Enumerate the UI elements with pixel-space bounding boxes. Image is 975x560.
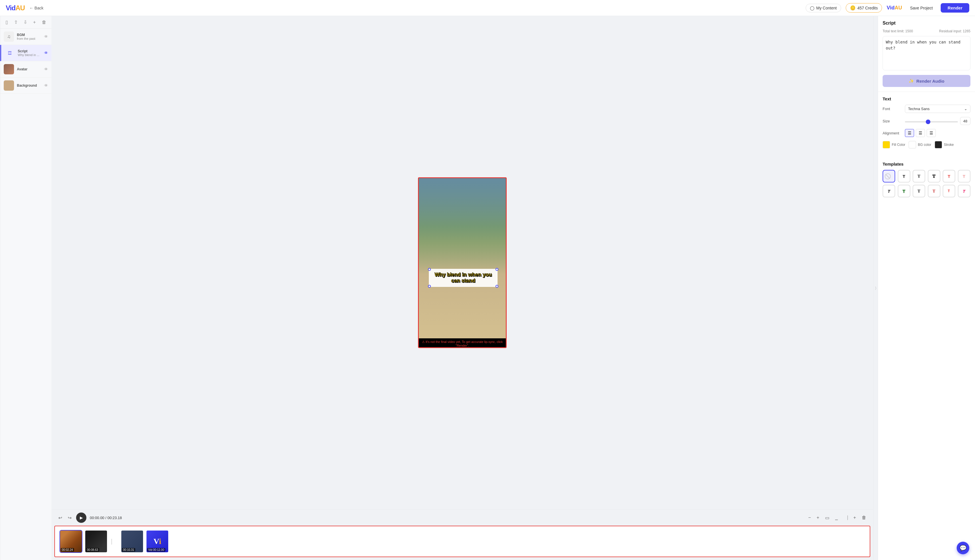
video-container: Why blend in when you can stand ⚠ It's n… — [418, 177, 507, 348]
fit-view-button[interactable]: ▭ — [824, 514, 830, 522]
template-10[interactable]: T — [943, 185, 955, 197]
template-7[interactable]: T — [898, 185, 910, 197]
text-section-title: Text — [883, 97, 970, 101]
size-value: 48 — [960, 117, 970, 125]
clip-time-3: 00:10.31 — [122, 548, 135, 552]
script-visibility-toggle[interactable]: 👁 — [44, 51, 48, 55]
timeline: 00:02.24 00:08.63 ⎸ 00:10.31 — [54, 526, 870, 557]
timeline-clip-4[interactable]: Vi Vid 00:12.00 — [146, 530, 169, 553]
align-button[interactable]: ⎹ — [843, 514, 849, 522]
my-content-button[interactable]: ◯ My Content — [806, 4, 841, 12]
subtitle-overlay[interactable]: Why blend in when you can stand — [429, 269, 498, 287]
layers-toolbar: ▯ ⇧ ⇩ + 🗑 — [0, 20, 52, 28]
align-left-button[interactable]: ☰ — [905, 129, 914, 137]
size-row: Size 48 — [883, 117, 970, 125]
bgm-layer-subtitle: from the past — [17, 37, 41, 40]
layer-item-background[interactable]: Background 👁 — [0, 78, 52, 94]
render-audio-button[interactable]: ✨ Render Audio — [883, 75, 970, 87]
person-overlay — [419, 178, 507, 338]
bg-color-swatch[interactable] — [908, 141, 916, 148]
back-arrow-icon: ← — [30, 6, 33, 10]
background-visibility-toggle[interactable]: 👁 — [44, 83, 48, 88]
layer-item-script[interactable]: ☲ Script Why blend in ... 👁 — [0, 45, 52, 61]
copy-layer-button[interactable]: ▯ — [5, 20, 8, 25]
play-button[interactable]: ▶ — [76, 513, 87, 523]
script-layer-title: Script — [18, 49, 41, 53]
template-5[interactable]: T — [958, 170, 970, 182]
timeline-clip-3[interactable]: 00:10.31 — [121, 530, 143, 553]
font-row: Font Techna Sans ⌄ — [883, 105, 970, 113]
size-slider[interactable] — [905, 121, 958, 122]
send-down-button[interactable]: ⇩ — [23, 20, 27, 25]
bring-up-button[interactable]: ⇧ — [14, 20, 18, 25]
clip-time-4: Vid 00:12.00 — [147, 548, 165, 552]
avatar-layer-title: Avatar — [17, 67, 41, 71]
script-layer-icon: ☲ — [5, 48, 15, 58]
template-4[interactable]: T — [943, 170, 955, 182]
delete-layer-button[interactable]: 🗑 — [42, 20, 47, 25]
template-3[interactable]: T — [928, 170, 940, 182]
undo-button[interactable]: ↩ — [57, 514, 63, 522]
timeline-clip-1[interactable]: 00:02.24 — [60, 530, 82, 553]
timeline-clip-2[interactable]: 00:08.63 — [85, 530, 108, 553]
save-project-button[interactable]: Save Project — [907, 4, 936, 12]
clip-separator-1: ⎸ — [110, 537, 118, 546]
credits-button[interactable]: 🪙 457 Credits — [846, 3, 882, 13]
avatar-visibility-toggle[interactable]: 👁 — [44, 67, 48, 72]
back-button[interactable]: ← Back — [30, 6, 43, 10]
bg-color-label: BG color — [918, 143, 931, 147]
clip-time-2: 00:08.63 — [86, 548, 99, 552]
align-right-button[interactable]: ☰ — [927, 129, 936, 137]
delete-clip-button[interactable]: 🗑 — [860, 514, 867, 522]
color-row: Fill Color BG color Stroke — [883, 141, 970, 148]
fill-color-wrap: Fill Color — [883, 141, 905, 148]
vidau-brand-logo: VidAU — [887, 5, 902, 11]
fill-color-swatch[interactable] — [883, 141, 890, 148]
text-section: Text Font Techna Sans ⌄ Size 48 Alignmen… — [878, 92, 975, 157]
template-8[interactable]: T — [913, 185, 925, 197]
render-button[interactable]: Render — [941, 3, 969, 13]
template-11[interactable]: T — [958, 185, 970, 197]
background-layer-icon — [4, 80, 14, 91]
content-icon: ◯ — [810, 6, 815, 10]
layer-item-bgm[interactable]: ♫ BGM from the past 👁 — [0, 28, 52, 45]
zoom-out-button[interactable]: − — [807, 514, 812, 522]
stroke-label: Stroke — [944, 143, 954, 147]
resize-handle-tl[interactable] — [428, 268, 431, 271]
align-center-button[interactable]: ☰ — [916, 129, 925, 137]
add-clip-button[interactable]: + — [852, 514, 857, 522]
alignment-buttons: ☰ ☰ ☰ — [905, 129, 936, 137]
background-layer-title: Background — [17, 83, 41, 88]
collapse-icon: 〉 — [875, 286, 876, 290]
template-6[interactable]: T — [883, 185, 895, 197]
panel-collapse-arrow[interactable]: 〉 — [873, 16, 878, 560]
resize-handle-tr[interactable] — [495, 268, 498, 271]
alignment-row: Alignment ☰ ☰ ☰ — [883, 129, 970, 137]
template-9[interactable]: T — [928, 185, 940, 197]
zoom-in-button[interactable]: + — [815, 514, 820, 522]
chat-support-button[interactable]: 💬 — [957, 542, 969, 554]
script-textarea[interactable]: Why blend in when you can stand out? — [883, 36, 970, 70]
template-1[interactable]: T — [898, 170, 910, 182]
bgm-visibility-toggle[interactable]: 👁 — [44, 34, 48, 39]
bgm-layer-title: BGM — [17, 33, 41, 37]
stroke-swatch[interactable] — [935, 141, 942, 148]
clip-time-1: 00:02.24 — [61, 548, 74, 552]
size-label: Size — [883, 119, 903, 123]
app-header: VidAU ← Back ◯ My Content 🪙 457 Credits … — [0, 0, 975, 16]
add-layer-button[interactable]: + — [33, 20, 36, 25]
render-audio-icon: ✨ — [908, 78, 914, 83]
template-none[interactable]: ⃠ — [883, 170, 895, 182]
split-button[interactable]: ⎯ — [834, 514, 839, 522]
redo-button[interactable]: ↪ — [67, 514, 73, 522]
template-2[interactable]: T — [913, 170, 925, 182]
font-label: Font — [883, 107, 903, 111]
main-area: ▯ ⇧ ⇩ + 🗑 ♫ BGM from the past 👁 ☲ Script… — [0, 16, 975, 560]
subtitle-text: Why blend in when you can stand — [433, 272, 493, 284]
stroke-wrap: Stroke — [935, 141, 954, 148]
layer-item-avatar[interactable]: Avatar 👁 — [0, 61, 52, 78]
fill-color-label: Fill Color — [892, 143, 905, 147]
chat-icon: 💬 — [960, 545, 967, 552]
font-select[interactable]: Techna Sans ⌄ — [905, 105, 970, 113]
templates-grid: ⃠ T T T T T T T T T T T — [883, 170, 970, 197]
